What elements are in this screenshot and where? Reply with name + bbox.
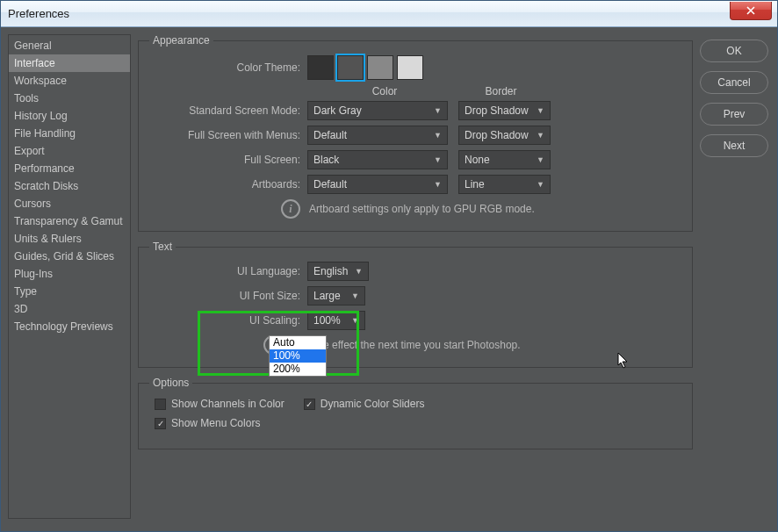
fullscreen-border-select[interactable]: None▼ [458, 150, 551, 169]
main-panel: Appearance Color Theme: Color Border Sta… [138, 34, 693, 519]
preferences-window: Preferences GeneralInterfaceWorkspaceToo… [0, 0, 778, 532]
ok-button[interactable]: OK [700, 40, 768, 62]
sidebar: GeneralInterfaceWorkspaceToolsHistory Lo… [8, 34, 131, 519]
sidebar-item-performance[interactable]: Performance [9, 160, 130, 177]
fullscreen-menus-border-select[interactable]: Drop Shadow▼ [458, 126, 551, 145]
window-title: Preferences [8, 7, 69, 20]
column-headers: Color Border [314, 85, 681, 97]
sidebar-item-general[interactable]: General [9, 37, 130, 54]
artboards-color-select[interactable]: Default▼ [307, 175, 448, 194]
text-group: Text UI Language: English▼ UI Font Size:… [138, 241, 693, 368]
ui-fontsize-label: UI Font Size: [149, 290, 307, 302]
info-icon: i [281, 199, 300, 219]
scaling-option-auto[interactable]: Auto [270, 336, 326, 349]
swatch-1[interactable] [337, 55, 364, 80]
prev-button[interactable]: Prev [700, 103, 768, 126]
color-theme-label: Color Theme: [149, 61, 307, 74]
standard-mode-border-select[interactable]: Drop Shadow▼ [458, 101, 551, 120]
ui-scaling-select[interactable]: 100%▼ [307, 311, 365, 330]
sidebar-item-guides-grid-slices[interactable]: Guides, Grid & Slices [9, 248, 130, 265]
ui-fontsize-select[interactable]: Large▼ [307, 286, 365, 306]
sidebar-item-file-handling[interactable]: File Handling [9, 125, 130, 142]
fullscreen-menus-label: Full Screen with Menus: [149, 129, 307, 141]
appearance-info: i Artboard settings only apply to GPU RG… [281, 199, 681, 219]
content: GeneralInterfaceWorkspaceToolsHistory Lo… [1, 27, 777, 531]
standard-mode-label: Standard Screen Mode: [149, 104, 307, 117]
swatch-3[interactable] [397, 55, 423, 80]
fullscreen-label: Full Screen: [149, 154, 307, 166]
sidebar-item-interface[interactable]: Interface [9, 54, 130, 72]
sidebar-item-scratch-disks[interactable]: Scratch Disks [9, 177, 130, 195]
sidebar-item-workspace[interactable]: Workspace [9, 72, 130, 90]
artboards-label: Artboards: [149, 178, 307, 191]
cancel-button[interactable]: Cancel [700, 71, 768, 94]
dialog-buttons: OK Cancel Prev Next [700, 34, 768, 519]
sidebar-item-history-log[interactable]: History Log [9, 107, 130, 125]
ui-language-select[interactable]: English▼ [307, 262, 369, 281]
sidebar-item-export[interactable]: Export [9, 142, 130, 160]
sidebar-item-plug-ins[interactable]: Plug-Ins [9, 265, 130, 283]
standard-mode-color-select[interactable]: Dark Gray▼ [307, 101, 448, 120]
options-legend: Options [149, 377, 192, 389]
window-close-button[interactable] [730, 2, 772, 20]
col-color: Color [314, 85, 455, 97]
sidebar-item-cursors[interactable]: Cursors [9, 195, 130, 212]
fullscreen-color-select[interactable]: Black▼ [307, 150, 448, 169]
next-button[interactable]: Next [700, 134, 768, 157]
sidebar-item-tools[interactable]: Tools [9, 90, 130, 107]
swatch-0[interactable] [307, 55, 334, 80]
sidebar-item-transparency-gamut[interactable]: Transparency & Gamut [9, 212, 130, 230]
options-group: Options Show Channels in Color ✓ Dynamic… [138, 377, 693, 449]
text-legend: Text [149, 241, 176, 253]
sidebar-item-technology-previews[interactable]: Technology Previews [9, 318, 130, 335]
sidebar-item-type[interactable]: Type [9, 283, 130, 300]
show-menu-colors-checkbox[interactable]: ✓ Show Menu Colors [155, 417, 260, 429]
dynamic-sliders-checkbox[interactable]: ✓ Dynamic Color Sliders [304, 398, 425, 410]
appearance-legend: Appearance [149, 34, 213, 47]
col-border: Border [455, 85, 547, 97]
ui-scaling-dropdown[interactable]: Auto100%200% [269, 335, 327, 377]
scaling-option-100%[interactable]: 100% [270, 349, 326, 363]
artboards-border-select[interactable]: Line▼ [458, 175, 551, 194]
ui-scaling-label: UI Scaling: [149, 314, 307, 327]
color-theme-swatches [307, 55, 423, 80]
swatch-2[interactable] [367, 55, 393, 80]
fullscreen-menus-color-select[interactable]: Default▼ [307, 126, 448, 145]
titlebar[interactable]: Preferences [1, 1, 777, 27]
show-channels-checkbox[interactable]: Show Channels in Color [155, 398, 285, 410]
sidebar-item-3d[interactable]: 3D [9, 300, 130, 318]
ui-language-label: UI Language: [149, 265, 307, 277]
scaling-option-200%[interactable]: 200% [270, 363, 326, 376]
appearance-group: Appearance Color Theme: Color Border Sta… [138, 34, 693, 232]
sidebar-item-units-rulers[interactable]: Units & Rulers [9, 230, 130, 248]
